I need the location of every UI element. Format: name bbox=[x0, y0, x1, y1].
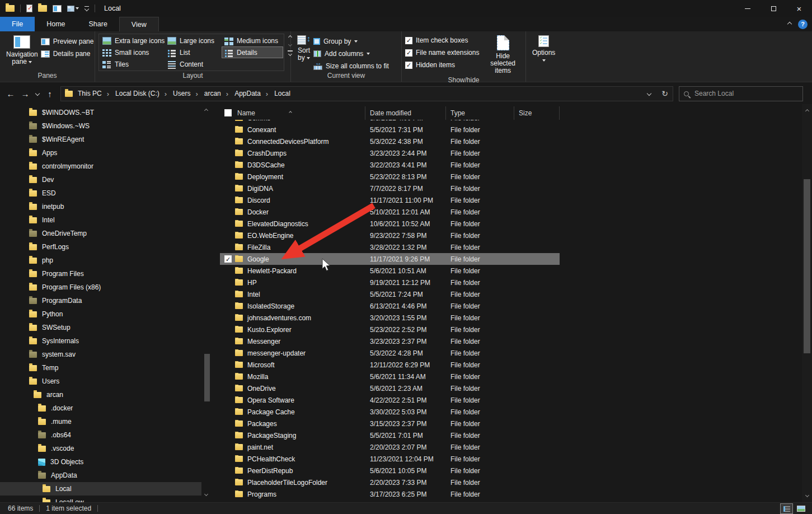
show-hide-checkbox[interactable]: Item check boxes bbox=[405, 35, 479, 45]
layout-option[interactable]: Extra large icons bbox=[100, 35, 165, 46]
file-list-scrollbar[interactable] bbox=[802, 104, 812, 502]
file-row[interactable]: FileZilla 3/28/2022 1:32 PM File folder bbox=[220, 241, 560, 253]
sidebar-item[interactable]: Apps bbox=[0, 146, 201, 160]
sidebar-item[interactable]: Program Files bbox=[0, 267, 201, 281]
layout-option[interactable]: List bbox=[165, 46, 222, 58]
sidebar-item[interactable]: $WinREAgent bbox=[0, 133, 201, 146]
preview-pane-button[interactable]: Preview pane bbox=[41, 36, 94, 46]
file-row[interactable]: Google 11/17/2021 9:26 PM File folder bbox=[220, 253, 560, 265]
sidebar-scrollbar-thumb[interactable] bbox=[204, 354, 210, 401]
file-row[interactable]: Hewlett-Packard 5/6/2021 10:51 AM File f… bbox=[220, 265, 560, 277]
breadcrumb-segment[interactable]: arcan bbox=[199, 87, 229, 101]
file-row[interactable]: Packages 3/15/2023 2:37 PM File folder bbox=[220, 418, 560, 429]
customize-quick-access-button[interactable] bbox=[85, 6, 89, 11]
view-switcher-button[interactable] bbox=[67, 6, 79, 12]
ribbon-tab[interactable]: Share bbox=[77, 17, 119, 31]
file-row[interactable]: Intel 5/5/2021 7:24 PM File folder bbox=[220, 288, 560, 300]
address-box[interactable]: This PCLocal Disk (C:)UsersarcanAppDataL… bbox=[60, 86, 673, 101]
file-row[interactable]: DigiDNA 7/7/2022 8:17 PM File folder bbox=[220, 183, 560, 194]
ribbon-tab[interactable]: File bbox=[0, 17, 35, 31]
ribbon-tab[interactable]: Home bbox=[35, 17, 77, 31]
maximize-button[interactable] bbox=[761, 0, 786, 17]
sidebar-item[interactable]: SysInternals bbox=[0, 334, 201, 348]
file-row[interactable]: paint.net 2/20/2023 2:07 PM File folder bbox=[220, 441, 560, 453]
file-row[interactable]: Mozilla 5/6/2021 11:34 AM File folder bbox=[220, 371, 560, 382]
file-row[interactable]: EO.WebEngine 9/23/2022 7:58 PM File fold… bbox=[220, 230, 560, 241]
add-columns-button[interactable]: Add columns bbox=[313, 49, 389, 59]
scroll-down-icon[interactable] bbox=[204, 492, 208, 496]
minimize-button[interactable] bbox=[735, 0, 761, 17]
column-header-size[interactable]: Size bbox=[514, 106, 560, 120]
sidebar-item[interactable]: Program Files (x86) bbox=[0, 281, 201, 294]
back-button[interactable]: ← bbox=[3, 86, 18, 101]
hide-selected-items-button[interactable]: Hide selecteditems bbox=[484, 34, 522, 76]
scroll-up-icon[interactable] bbox=[805, 109, 809, 113]
sidebar-item[interactable]: LocalLow bbox=[0, 496, 201, 502]
sidebar-item[interactable]: Python bbox=[0, 307, 201, 321]
sidebar-item[interactable]: $WINDOWS.~BT bbox=[0, 106, 201, 119]
scroll-down-icon[interactable] bbox=[805, 493, 809, 497]
sidebar-item[interactable]: AppData bbox=[0, 469, 201, 482]
ribbon-tab[interactable]: View bbox=[119, 17, 159, 31]
navigation-pane-button[interactable]: Navigationpane bbox=[3, 34, 41, 71]
layout-option[interactable]: Details bbox=[222, 46, 283, 58]
file-row[interactable]: Microsoft 12/11/2022 6:29 PM File folder bbox=[220, 359, 560, 371]
sidebar-item[interactable]: Users bbox=[0, 375, 201, 388]
large-icons-view-button[interactable] bbox=[795, 503, 808, 514]
file-row[interactable]: ConnectedDevicesPlatform 5/3/2022 4:38 P… bbox=[220, 135, 560, 147]
sidebar-item[interactable]: SWSetup bbox=[0, 321, 201, 334]
file-row[interactable]: Messenger 3/23/2023 2:37 PM File folder bbox=[220, 335, 560, 347]
breadcrumb-segment[interactable]: This PC bbox=[73, 87, 110, 101]
breadcrumb-segment[interactable]: Local Disk (C:) bbox=[110, 87, 168, 101]
column-header-type[interactable]: Type bbox=[446, 106, 514, 120]
group-by-button[interactable]: Group by bbox=[313, 36, 389, 46]
details-view-button[interactable] bbox=[780, 503, 793, 514]
file-row[interactable]: IsolatedStorage 6/13/2021 4:46 PM File f… bbox=[220, 300, 560, 312]
file-row[interactable]: CrashDumps 3/23/2023 2:44 PM File folder bbox=[220, 147, 560, 159]
show-hide-checkbox[interactable]: Hidden items bbox=[405, 60, 479, 70]
scroll-up-icon[interactable] bbox=[204, 109, 208, 113]
sidebar-item[interactable]: controlmymonitor bbox=[0, 160, 201, 173]
select-all-checkbox[interactable] bbox=[224, 109, 232, 116]
sidebar-item[interactable]: php bbox=[0, 254, 201, 267]
row-checkbox[interactable] bbox=[224, 255, 232, 263]
forward-button[interactable]: → bbox=[18, 86, 32, 101]
sidebar-item[interactable]: .mume bbox=[0, 415, 201, 428]
help-icon[interactable]: ? bbox=[798, 20, 808, 29]
sidebar-item[interactable]: PerfLogs bbox=[0, 240, 201, 254]
sidebar-item[interactable]: arcan bbox=[0, 388, 201, 401]
sidebar-scrollbar[interactable] bbox=[201, 104, 213, 502]
layout-option[interactable]: Large icons bbox=[165, 35, 222, 46]
address-dropdown-button[interactable] bbox=[641, 87, 657, 101]
sidebar-item[interactable]: system.sav bbox=[0, 348, 201, 361]
close-button[interactable]: × bbox=[786, 0, 812, 17]
file-row[interactable]: ElevatedDiagnostics 10/6/2021 10:52 AM F… bbox=[220, 218, 560, 230]
file-row[interactable]: PeerDistRepub 5/6/2021 10:05 PM File fol… bbox=[220, 465, 560, 476]
file-row[interactable]: Docker 5/10/2021 12:01 AM File folder bbox=[220, 206, 560, 218]
panes-button[interactable] bbox=[53, 5, 62, 12]
breadcrumb-segment[interactable]: Users bbox=[168, 87, 199, 101]
file-row[interactable]: Discord 11/17/2021 11:00 PM File folder bbox=[220, 194, 560, 206]
sidebar-item[interactable]: 3D Objects bbox=[0, 455, 201, 469]
file-row[interactable]: PackageStaging 5/5/2021 7:01 PM File fol… bbox=[220, 429, 560, 441]
column-header-name[interactable]: Name bbox=[220, 106, 365, 120]
show-hide-checkbox[interactable]: File name extensions bbox=[405, 48, 479, 58]
sidebar-item[interactable]: inetpub bbox=[0, 200, 201, 213]
breadcrumb-segment[interactable]: Local bbox=[269, 87, 297, 101]
refresh-button[interactable]: ↻ bbox=[657, 87, 673, 101]
sidebar-item[interactable]: .docker bbox=[0, 401, 201, 415]
file-list-scrollbar-thumb[interactable] bbox=[804, 179, 810, 353]
file-row[interactable]: Deployment 5/23/2022 8:13 PM File folder bbox=[220, 171, 560, 183]
file-row[interactable]: Conexant 5/5/2021 7:31 PM File folder bbox=[220, 124, 560, 135]
layout-option[interactable]: Small icons bbox=[100, 46, 165, 58]
sidebar-item[interactable]: ProgramData bbox=[0, 294, 201, 307]
file-row[interactable]: johnsadventures.com 3/20/2023 1:55 PM Fi… bbox=[220, 312, 560, 324]
new-folder-button[interactable] bbox=[38, 5, 47, 12]
file-row[interactable]: Programs 3/17/2023 6:25 PM File folder bbox=[220, 488, 560, 500]
details-pane-button[interactable]: Details pane bbox=[41, 49, 94, 59]
sidebar-item[interactable]: .obs64 bbox=[0, 428, 201, 442]
file-row[interactable]: Opera Software 4/22/2022 2:51 PM File fo… bbox=[220, 394, 560, 406]
sidebar-item[interactable]: Local bbox=[0, 482, 201, 496]
layout-option[interactable]: Medium icons bbox=[222, 35, 283, 46]
file-row[interactable]: Package Cache 3/30/2022 5:03 PM File fol… bbox=[220, 406, 560, 418]
